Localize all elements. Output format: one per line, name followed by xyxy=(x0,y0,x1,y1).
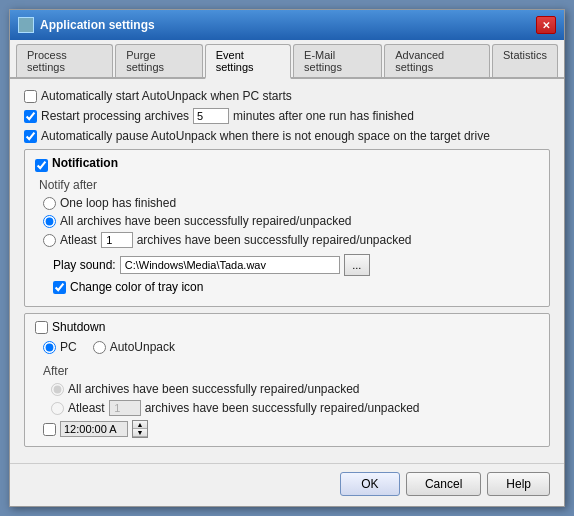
atleast-row: Atleast archives have been successfully … xyxy=(43,232,539,248)
change-color-label: Change color of tray icon xyxy=(70,280,203,294)
tab-email-settings[interactable]: E-Mail settings xyxy=(293,44,382,77)
shutdown-all-archives-radio[interactable] xyxy=(51,383,64,396)
title-bar-left: Application settings xyxy=(18,17,155,33)
tab-process-settings[interactable]: Process settings xyxy=(16,44,113,77)
autounpack-label: AutoUnpack xyxy=(110,340,175,354)
pc-label: PC xyxy=(60,340,77,354)
tab-event-settings[interactable]: Event settings xyxy=(205,44,291,79)
notify-after-label: Notify after xyxy=(39,178,539,192)
restart-label-pre: Restart processing archives xyxy=(41,109,189,123)
tab-content: Automatically start AutoUnpack when PC s… xyxy=(10,79,564,463)
shutdown-checkbox[interactable] xyxy=(35,321,48,334)
time-spinner-down[interactable]: ▼ xyxy=(133,429,147,437)
play-sound-label: Play sound: xyxy=(53,258,116,272)
restart-label-post: minutes after one run has finished xyxy=(233,109,414,123)
notification-label: Notification xyxy=(52,156,118,170)
restart-checkbox[interactable] xyxy=(24,110,37,123)
autounpack-radio[interactable] xyxy=(93,341,106,354)
time-spinner: ▲ ▼ xyxy=(132,420,148,438)
cancel-button[interactable]: Cancel xyxy=(406,472,481,496)
all-archives-row: All archives have been successfully repa… xyxy=(43,214,539,228)
time-row: ▲ ▼ xyxy=(43,420,539,438)
auto-pause-checkbox[interactable] xyxy=(24,130,37,143)
shutdown-options: PC AutoUnpack xyxy=(43,340,539,358)
shutdown-all-archives-label: All archives have been successfully repa… xyxy=(68,382,360,396)
title-bar: Application settings ✕ xyxy=(10,10,564,40)
shutdown-atleast-pre: Atleast xyxy=(68,401,105,415)
application-settings-window: Application settings ✕ Process settings … xyxy=(9,9,565,507)
shutdown-atleast-number[interactable] xyxy=(109,400,141,416)
atleast-radio[interactable] xyxy=(43,234,56,247)
help-button[interactable]: Help xyxy=(487,472,550,496)
time-input[interactable] xyxy=(60,421,128,437)
time-checkbox[interactable] xyxy=(43,423,56,436)
shutdown-group: Shutdown PC AutoUnpack After All archive… xyxy=(24,313,550,447)
auto-start-label: Automatically start AutoUnpack when PC s… xyxy=(41,89,292,103)
auto-start-checkbox[interactable] xyxy=(24,90,37,103)
auto-pause-row: Automatically pause AutoUnpack when ther… xyxy=(24,129,550,143)
one-loop-label: One loop has finished xyxy=(60,196,176,210)
notification-group: Notification Notify after One loop has f… xyxy=(24,149,550,307)
all-archives-radio[interactable] xyxy=(43,215,56,228)
time-spinner-up[interactable]: ▲ xyxy=(133,421,147,429)
pc-radio[interactable] xyxy=(43,341,56,354)
notification-header: Notification xyxy=(35,156,539,174)
window-title: Application settings xyxy=(40,18,155,32)
browse-sound-button[interactable]: ... xyxy=(344,254,370,276)
close-button[interactable]: ✕ xyxy=(536,16,556,34)
tab-statistics[interactable]: Statistics xyxy=(492,44,558,77)
sound-path-input[interactable] xyxy=(120,256,340,274)
shutdown-label: Shutdown xyxy=(52,320,105,334)
atleast-number-input[interactable] xyxy=(101,232,133,248)
footer: OK Cancel Help xyxy=(10,463,564,506)
app-icon xyxy=(18,17,34,33)
restart-row: Restart processing archives minutes afte… xyxy=(24,108,550,124)
shutdown-atleast-post: archives have been successfully repaired… xyxy=(145,401,420,415)
atleast-post-label: archives have been successfully repaired… xyxy=(137,233,412,247)
shutdown-atleast-row: Atleast archives have been successfully … xyxy=(51,400,539,416)
one-loop-row: One loop has finished xyxy=(43,196,539,210)
restart-minutes-input[interactable] xyxy=(193,108,229,124)
atleast-pre-label: Atleast xyxy=(60,233,97,247)
tab-advanced-settings[interactable]: Advanced settings xyxy=(384,44,490,77)
shutdown-header: Shutdown xyxy=(35,320,539,334)
tab-purge-settings[interactable]: Purge settings xyxy=(115,44,203,77)
all-archives-label: All archives have been successfully repa… xyxy=(60,214,352,228)
after-label: After xyxy=(43,364,539,378)
one-loop-radio[interactable] xyxy=(43,197,56,210)
change-color-checkbox[interactable] xyxy=(53,281,66,294)
after-section: After All archives have been successfull… xyxy=(43,364,539,438)
auto-start-row: Automatically start AutoUnpack when PC s… xyxy=(24,89,550,103)
notification-checkbox[interactable] xyxy=(35,159,48,172)
auto-pause-label: Automatically pause AutoUnpack when ther… xyxy=(41,129,490,143)
shutdown-atleast-radio[interactable] xyxy=(51,402,64,415)
shutdown-all-archives-row: All archives have been successfully repa… xyxy=(51,382,539,396)
tab-bar: Process settings Purge settings Event se… xyxy=(10,40,564,79)
ok-button[interactable]: OK xyxy=(340,472,400,496)
change-color-row: Change color of tray icon xyxy=(53,280,539,294)
pc-radio-row: PC xyxy=(43,340,77,354)
autounpack-radio-row: AutoUnpack xyxy=(93,340,175,354)
play-sound-row: Play sound: ... xyxy=(53,254,539,276)
